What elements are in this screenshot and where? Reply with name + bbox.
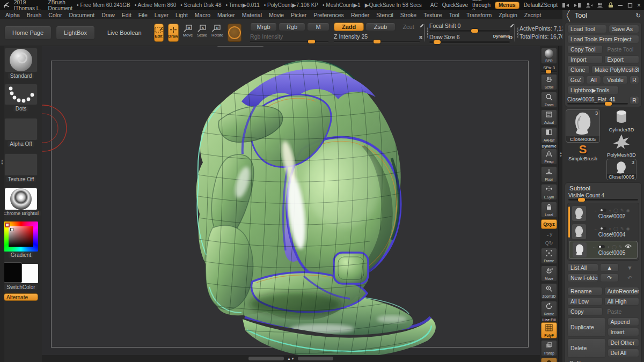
eye-icon[interactable] (625, 244, 632, 249)
menu-macro[interactable]: Macro (195, 12, 210, 18)
spix-slider[interactable]: SPix 3 (541, 65, 557, 72)
z-intensity-slider[interactable]: Z Intensity 25 (334, 33, 420, 42)
subtool-header[interactable]: Subtool (567, 185, 639, 193)
lock-icon[interactable] (608, 2, 613, 8)
menu-picker[interactable]: Picker (291, 12, 306, 18)
delete-button[interactable]: Delete (567, 338, 606, 358)
menu-transform[interactable]: Transform (466, 12, 492, 18)
lightbox-tools-button[interactable]: Lightbox▶Tools (567, 86, 619, 94)
bpr-button[interactable]: BPR (541, 48, 557, 64)
menu-stroke[interactable]: Stroke (400, 12, 416, 18)
save-as-button[interactable]: Save As (609, 25, 639, 33)
append-button[interactable]: Append (608, 317, 640, 326)
subtool-row-close0005-selected[interactable]: ←◖◯✎ Close!0005 (569, 241, 638, 259)
tool-flat-slider[interactable]: Close!0005_Flat. 41 (567, 97, 628, 105)
clone-button[interactable]: Clone (567, 65, 590, 74)
menus-button[interactable]: Menus (495, 2, 519, 9)
transp-button[interactable]: Transp (541, 340, 557, 356)
draw-size-slider[interactable]: Draw Size 6Dynamic (429, 34, 510, 43)
move-out-folder-button[interactable]: ↶ (620, 274, 639, 282)
menu-document[interactable]: Document (69, 12, 94, 18)
quicksave-button[interactable]: QuickSave (442, 2, 468, 8)
texture-thumbnail[interactable] (4, 153, 38, 176)
focal-shift-slider[interactable]: Focal Shift 0 (429, 23, 510, 32)
brush-thumbnail-standard[interactable] (4, 48, 38, 72)
copy-button[interactable]: Copy (567, 307, 603, 316)
menu-edit[interactable]: Edit (122, 12, 131, 18)
floor-button[interactable]: Floor (541, 166, 557, 182)
users-group-icon[interactable] (597, 2, 604, 8)
subsection-split[interactable]: Split (567, 359, 639, 362)
autoreorder-button[interactable]: AutoReorder (604, 287, 640, 295)
primary-color-swatch[interactable] (4, 262, 22, 283)
frame-button[interactable]: Frame (541, 248, 557, 264)
goz-r-button[interactable]: R (630, 76, 639, 84)
menu-texture[interactable]: Texture (423, 12, 442, 18)
load-tools-from-project-button[interactable]: Load Tools From Project (567, 35, 639, 43)
rgb-button[interactable]: Rgb (279, 23, 305, 31)
goz-visible-button[interactable]: Visible (603, 76, 628, 84)
draw-size-dial[interactable]: D (514, 24, 515, 42)
del-other-button[interactable]: Del Other (608, 338, 640, 347)
paste-button[interactable]: Paste (604, 307, 640, 316)
alpha-thumbnail[interactable] (4, 118, 38, 141)
rotate-3d-button[interactable]: Rotate (541, 301, 557, 317)
right-tray-divider[interactable]: ▲▼ (558, 46, 562, 362)
switch-color[interactable] (4, 262, 38, 284)
rotate-button[interactable]: R Rotate (211, 25, 223, 41)
duplicate-button[interactable]: Duplicate (567, 317, 606, 337)
canvas-viewport[interactable]: ▲▼ (42, 46, 540, 362)
actual-button[interactable]: Actual (541, 109, 557, 125)
menu-alpha[interactable]: Alpha (5, 12, 20, 18)
tool-slot-cylinder3d[interactable]: Cylinder3D (609, 109, 634, 132)
rgb-intensity-slider[interactable]: Rgb Intensity (250, 33, 328, 42)
scale-button[interactable]: S Scale (197, 25, 207, 41)
canvas-top-scrollbar[interactable] (217, 46, 264, 47)
subtool-row-close0004[interactable]: ←◖◯✎◉ Close!0004 (569, 223, 638, 241)
left-tray-divider[interactable]: ▲▼ (0, 46, 4, 362)
back-chevron-icon[interactable]: 〱 (566, 11, 572, 20)
stroke-thumbnail-dots[interactable] (4, 84, 38, 105)
divider-handle-left[interactable] (248, 357, 284, 360)
helmet-model[interactable] (161, 51, 440, 359)
menu-light[interactable]: Light (175, 12, 188, 18)
restore-icon[interactable] (627, 3, 633, 8)
ghost-button[interactable]: Ghost (541, 358, 557, 362)
live-boolean-button[interactable]: Live Boolean (99, 26, 150, 40)
close-icon[interactable]: × (637, 2, 641, 9)
menu-preferences[interactable]: Preferences (313, 12, 344, 18)
stroke-dial[interactable]: S (424, 24, 425, 42)
material-thumbnail-chrome[interactable] (4, 188, 38, 210)
list-all-button[interactable]: List All (567, 263, 598, 272)
menu-zplugin[interactable]: Zplugin (499, 12, 517, 18)
menu-stencil[interactable]: Stencil (376, 12, 393, 18)
menu-layer[interactable]: Layer (155, 12, 169, 18)
goz-button[interactable]: GoZ (567, 76, 584, 84)
tool-slot-polymesh3d[interactable]: PolyMesh3D (607, 134, 636, 158)
sym-y-icon[interactable]: ⌄y (542, 231, 556, 238)
zadd-button[interactable]: Zadd (334, 23, 364, 31)
divider-handle-right[interactable] (298, 357, 333, 360)
zoom-button[interactable]: Zoom (541, 92, 557, 108)
edit-button[interactable]: Edit (154, 24, 164, 42)
color-picker[interactable] (4, 221, 38, 252)
load-tool-button[interactable]: Load Tool (567, 25, 607, 33)
divider-left-icon[interactable] (562, 3, 569, 8)
default-zscript-button[interactable]: DefaultZScript (524, 2, 558, 8)
visible-count-slider[interactable]: Visible Count 4 (567, 193, 639, 203)
sym-q-icon[interactable]: Q↻ (542, 239, 556, 246)
move-to-folder-button[interactable]: ↷ (600, 274, 619, 282)
menu-movie[interactable]: Movie (269, 12, 284, 18)
m-button[interactable]: M (307, 23, 330, 31)
mrgb-button[interactable]: Mrgb (250, 23, 277, 31)
alternate-button[interactable]: Alternate (4, 293, 38, 301)
menu-draw[interactable]: Draw (101, 12, 115, 18)
menu-tool[interactable]: Tool (449, 12, 459, 18)
scroll-button[interactable]: Scroll (541, 74, 557, 90)
divider-arrows[interactable]: ▲▼ (287, 357, 295, 360)
menu-zscript[interactable]: Zscript (524, 12, 541, 18)
subtool-down-button[interactable]: ▼ (620, 263, 639, 272)
lightbox-button[interactable]: LightBox (56, 26, 95, 40)
export-button[interactable]: Export (604, 55, 640, 64)
copy-tool-button[interactable]: Copy Tool (567, 45, 603, 54)
